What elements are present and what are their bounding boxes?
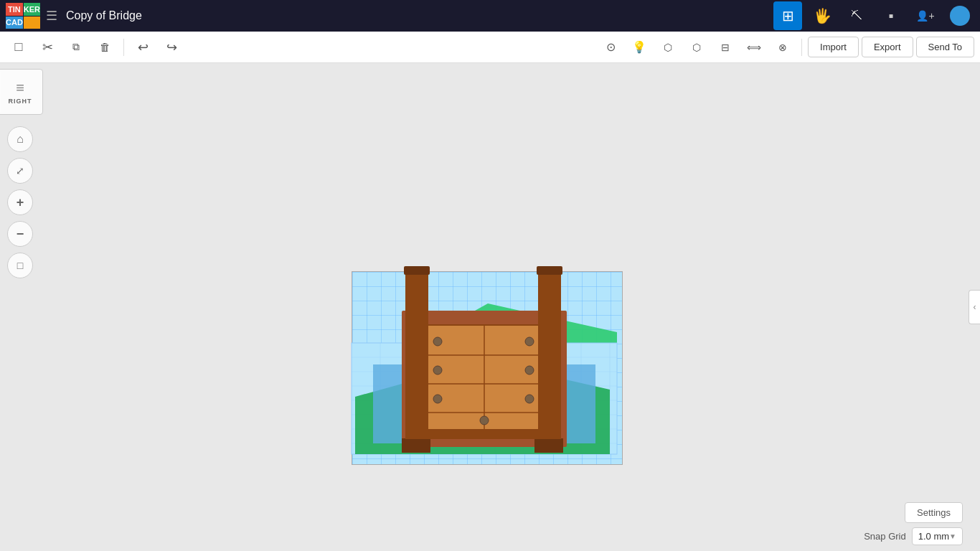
shapes-icon: ▪ — [888, 8, 893, 24]
view-cube-label: RIGHT — [9, 98, 32, 105]
left-panel: ≡ RIGHT ⌂ ⤢ + − □ — [0, 63, 40, 551]
snap-grid-row: Snap Grid 1.0 mm ▼ — [864, 527, 963, 545]
canvas-area[interactable]: Workplane — [0, 63, 980, 551]
toolbar-separator-2 — [801, 39, 802, 56]
hammer-icon: ⛏ — [851, 9, 862, 22]
polygon-icon: ⬡ — [664, 42, 672, 53]
inspect-button[interactable]: ⊙ — [598, 34, 623, 60]
svg-rect-41 — [405, 429, 561, 439]
zoom-in-button[interactable]: + — [7, 189, 33, 215]
snap-grid-selector[interactable]: 1.0 mm ▼ — [912, 527, 963, 545]
zoom-in-icon: + — [17, 195, 24, 210]
bulb-button[interactable]: 💡 — [626, 34, 652, 60]
shapes-button[interactable]: ▪ — [877, 1, 905, 30]
svg-rect-20 — [563, 364, 595, 443]
redo-button[interactable]: ↪ — [159, 34, 184, 60]
shape-icon: ⬡ — [692, 42, 701, 53]
zoom-out-button[interactable]: − — [7, 221, 33, 247]
ortho-view-button[interactable]: □ — [7, 253, 33, 278]
copy-icon: ⧉ — [72, 41, 80, 53]
ortho-icon: □ — [17, 260, 23, 271]
import-button[interactable]: Import — [808, 37, 859, 57]
svg-point-31 — [525, 366, 534, 375]
new-button[interactable]: □ — [6, 34, 32, 60]
fit-view-button[interactable]: ⤢ — [7, 158, 33, 184]
bottom-right-panel: Settings Snap Grid 1.0 mm ▼ — [864, 502, 963, 545]
workplane-button[interactable]: ⊗ — [770, 34, 796, 60]
undo-icon: ↩ — [138, 39, 149, 55]
bulb-icon: 💡 — [632, 40, 646, 54]
settings-button[interactable]: Settings — [905, 502, 963, 523]
delete-icon: 🗑 — [100, 41, 110, 53]
cut-icon: ✂ — [42, 39, 53, 55]
home-view-button[interactable]: ⌂ — [7, 126, 33, 152]
export-button[interactable]: Export — [862, 37, 913, 57]
chevron-left-icon: ‹ — [974, 302, 976, 312]
main-toolbar: □ ✂ ⧉ 🗑 ↩ ↪ ⊙ 💡 ⬡ ⬡ ⊟ ⟺ ⊗ Import Export … — [0, 32, 980, 63]
hand-icon: 🖐 — [814, 7, 831, 24]
copy-button[interactable]: ⧉ — [63, 34, 89, 60]
svg-point-33 — [525, 395, 534, 403]
align-icon: ⊟ — [721, 42, 730, 53]
logo-ker: KER — [24, 3, 40, 16]
toolbar-separator-1 — [123, 39, 124, 56]
user-avatar — [950, 6, 970, 26]
main-area: Workplane — [0, 63, 980, 551]
new-icon: □ — [15, 39, 23, 55]
home-icon: ⌂ — [17, 133, 24, 146]
hand-tool-button[interactable]: 🖐 — [808, 1, 837, 30]
add-profile-icon: 👤+ — [916, 10, 934, 22]
svg-point-29 — [525, 337, 534, 346]
cut-button[interactable]: ✂ — [34, 34, 60, 60]
mirror-icon: ⟺ — [747, 42, 761, 53]
snap-grid-arrow: ▼ — [949, 532, 956, 540]
3d-model[interactable] — [344, 246, 631, 472]
workplane-icon: ⊗ — [778, 42, 787, 53]
tinkercad-logo[interactable]: TIN KER CAD — [6, 3, 37, 29]
top-navbar: TIN KER CAD ☰ Copy of Bridge ⊞ 🖐 ⛏ ▪ 👤+ — [0, 0, 980, 32]
snap-grid-value-text: 1.0 mm — [918, 531, 949, 542]
svg-point-28 — [433, 337, 442, 346]
svg-point-30 — [433, 366, 442, 375]
user-avatar-button[interactable] — [946, 1, 974, 30]
svg-rect-40 — [534, 438, 563, 453]
add-profile-button[interactable]: 👤+ — [911, 1, 940, 30]
grid-view-button[interactable]: ⊞ — [773, 1, 802, 30]
grid-icon: ⊞ — [782, 7, 794, 24]
logo-cad — [24, 17, 40, 29]
svg-rect-36 — [538, 268, 561, 451]
shape-button[interactable]: ⬡ — [684, 34, 710, 60]
right-panel-toggle[interactable]: ‹ — [969, 290, 980, 324]
view-cube-icon: ≡ — [16, 80, 24, 96]
align-button[interactable]: ⊟ — [712, 34, 738, 60]
view-cube[interactable]: ≡ RIGHT — [0, 69, 43, 115]
svg-rect-38 — [537, 266, 562, 275]
redo-icon: ↪ — [166, 39, 177, 55]
svg-rect-19 — [373, 364, 405, 443]
snap-grid-label: Snap Grid — [864, 531, 906, 542]
zoom-out-icon: − — [17, 227, 24, 242]
send-to-button[interactable]: Send To — [916, 37, 974, 57]
svg-rect-37 — [404, 266, 430, 275]
logo-dot: CAD — [6, 17, 23, 29]
inspect-icon: ⊙ — [606, 40, 616, 54]
svg-rect-35 — [405, 268, 428, 451]
hammer-tool-button[interactable]: ⛏ — [842, 1, 871, 30]
mirror-button[interactable]: ⟺ — [741, 34, 767, 60]
document-title[interactable]: Copy of Bridge — [66, 9, 768, 22]
svg-point-34 — [480, 416, 489, 425]
svg-point-32 — [433, 395, 442, 403]
fit-icon: ⤢ — [16, 165, 24, 176]
document-icon: ☰ — [46, 8, 57, 24]
polygon-button[interactable]: ⬡ — [655, 34, 681, 60]
undo-button[interactable]: ↩ — [130, 34, 156, 60]
delete-button[interactable]: 🗑 — [92, 34, 118, 60]
svg-rect-39 — [402, 438, 430, 453]
logo-tin: TIN — [6, 3, 23, 16]
